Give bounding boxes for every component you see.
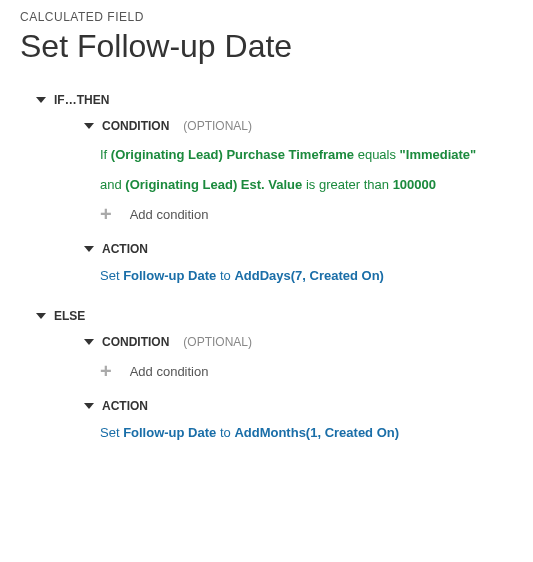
ifthen-condition-block: CONDITION (OPTIONAL) If (Originating Lea… bbox=[84, 119, 513, 224]
add-condition-row[interactable]: + Add condition bbox=[100, 361, 513, 381]
condition-field: (Originating Lead) Purchase Timeframe bbox=[111, 147, 354, 162]
condition-header[interactable]: CONDITION (OPTIONAL) bbox=[84, 335, 513, 349]
plus-icon: + bbox=[100, 361, 112, 381]
condition-body: If (Originating Lead) Purchase Timeframe… bbox=[100, 145, 513, 224]
condition-operator: is greater than bbox=[302, 177, 392, 192]
else-action-block: ACTION Set Follow-up Date to AddMonths(1… bbox=[84, 399, 513, 440]
chevron-down-icon bbox=[84, 403, 94, 409]
if-keyword: If bbox=[100, 147, 111, 162]
plus-icon: + bbox=[100, 204, 112, 224]
condition-row-2[interactable]: and (Originating Lead) Est. Value is gre… bbox=[100, 175, 513, 195]
chevron-down-icon bbox=[36, 313, 46, 319]
set-keyword: Set bbox=[100, 425, 123, 440]
ifthen-header[interactable]: IF…THEN bbox=[36, 93, 513, 107]
and-keyword: and bbox=[100, 177, 125, 192]
chevron-down-icon bbox=[36, 97, 46, 103]
action-header[interactable]: ACTION bbox=[84, 399, 513, 413]
optional-label: (OPTIONAL) bbox=[183, 335, 252, 349]
to-keyword: to bbox=[216, 268, 234, 283]
action-function: AddMonths(1, Created On) bbox=[234, 425, 399, 440]
action-function: AddDays(7, Created On) bbox=[234, 268, 384, 283]
ifthen-label: IF…THEN bbox=[54, 93, 109, 107]
condition-label: CONDITION bbox=[102, 335, 169, 349]
breadcrumb: CALCULATED FIELD bbox=[20, 10, 513, 24]
chevron-down-icon bbox=[84, 339, 94, 345]
to-keyword: to bbox=[216, 425, 234, 440]
condition-field: (Originating Lead) Est. Value bbox=[125, 177, 302, 192]
ifthen-action-block: ACTION Set Follow-up Date to AddDays(7, … bbox=[84, 242, 513, 283]
else-condition-block: CONDITION (OPTIONAL) + Add condition bbox=[84, 335, 513, 381]
section-else: ELSE CONDITION (OPTIONAL) + Add conditio… bbox=[36, 309, 513, 440]
condition-value: 100000 bbox=[393, 177, 436, 192]
chevron-down-icon bbox=[84, 246, 94, 252]
condition-body: + Add condition bbox=[100, 361, 513, 381]
chevron-down-icon bbox=[84, 123, 94, 129]
add-condition-label: Add condition bbox=[130, 364, 209, 379]
condition-row-1[interactable]: If (Originating Lead) Purchase Timeframe… bbox=[100, 145, 513, 165]
page-title: Set Follow-up Date bbox=[20, 28, 513, 65]
action-label: ACTION bbox=[102, 399, 148, 413]
else-label: ELSE bbox=[54, 309, 85, 323]
action-row[interactable]: Set Follow-up Date to AddMonths(1, Creat… bbox=[100, 425, 513, 440]
condition-label: CONDITION bbox=[102, 119, 169, 133]
action-row[interactable]: Set Follow-up Date to AddDays(7, Created… bbox=[100, 268, 513, 283]
section-ifthen: IF…THEN CONDITION (OPTIONAL) If (Origina… bbox=[36, 93, 513, 283]
action-label: ACTION bbox=[102, 242, 148, 256]
action-field: Follow-up Date bbox=[123, 425, 216, 440]
condition-value: "Immediate" bbox=[400, 147, 477, 162]
optional-label: (OPTIONAL) bbox=[183, 119, 252, 133]
else-header[interactable]: ELSE bbox=[36, 309, 513, 323]
action-field: Follow-up Date bbox=[123, 268, 216, 283]
add-condition-label: Add condition bbox=[130, 207, 209, 222]
set-keyword: Set bbox=[100, 268, 123, 283]
add-condition-row[interactable]: + Add condition bbox=[100, 204, 513, 224]
condition-operator: equals bbox=[354, 147, 400, 162]
action-header[interactable]: ACTION bbox=[84, 242, 513, 256]
condition-header[interactable]: CONDITION (OPTIONAL) bbox=[84, 119, 513, 133]
